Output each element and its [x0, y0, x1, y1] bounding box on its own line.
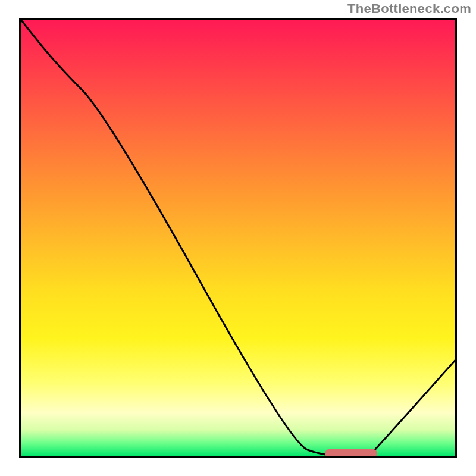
watermark-text: TheBottleneck.com	[347, 1, 471, 17]
curve-path	[21, 20, 455, 456]
plot-frame	[19, 18, 457, 458]
bottleneck-curve	[21, 20, 455, 456]
chart-container: TheBottleneck.com	[0, 0, 476, 476]
optimum-marker	[325, 449, 377, 458]
